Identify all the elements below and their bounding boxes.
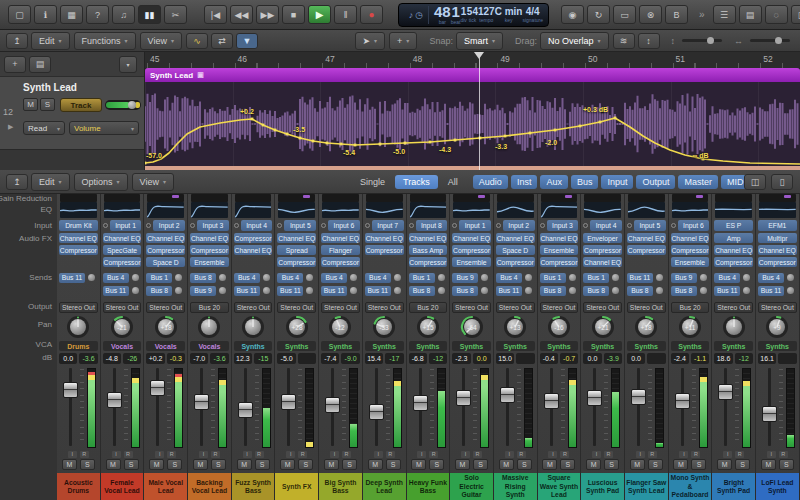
input-slot-button[interactable]: Input 3 xyxy=(547,220,579,231)
output-button[interactable]: Stereo Out xyxy=(277,302,316,313)
send-bus-button[interactable]: Bus 8 xyxy=(409,286,435,296)
channel-nameplate[interactable]: Synth FX xyxy=(275,473,318,500)
input-slot-button[interactable]: Input 3 xyxy=(197,220,229,231)
pan-knob[interactable] xyxy=(234,315,273,339)
audio-region-synth-lead[interactable]: Synth Lead ▣ -57.0+0.2-3.5-5.4-5.0-4.3-3… xyxy=(145,68,800,170)
fader-cap[interactable] xyxy=(150,380,165,396)
pan-knob[interactable]: +28 xyxy=(277,315,316,339)
filter-audio[interactable]: Audio xyxy=(473,175,508,189)
eq-thumbnail[interactable] xyxy=(453,202,490,218)
fx-slot-2[interactable]: Bass Amp xyxy=(409,245,448,255)
volume-db-value[interactable]: -0.4 xyxy=(540,353,558,364)
record-enable-button[interactable]: R xyxy=(517,451,526,458)
cycle-icon[interactable]: ↻ xyxy=(587,5,610,24)
vca-group-label[interactable]: Synths xyxy=(583,341,622,351)
send-level-knob[interactable] xyxy=(525,287,532,294)
channel-nameplate[interactable]: Fuzz Synth Bass xyxy=(232,473,275,500)
send-bus-button[interactable]: Bus 11 xyxy=(321,286,347,296)
fx-slot-3[interactable]: Compressor xyxy=(277,257,316,267)
eq-thumbnail[interactable] xyxy=(278,202,315,218)
send-level-knob[interactable] xyxy=(175,274,182,281)
mute-button[interactable]: M xyxy=(280,459,295,470)
automation-toggle-icon[interactable]: ∿ xyxy=(186,33,208,49)
record-enable-button[interactable]: R xyxy=(473,451,482,458)
send-bus-button[interactable]: Bus 11 xyxy=(277,286,303,296)
vca-group-label[interactable]: Synths xyxy=(714,341,753,351)
input-slot-button[interactable]: Input 6 xyxy=(678,220,710,231)
fx-slot-1[interactable]: Channel EQ xyxy=(190,233,229,243)
eq-thumbnail[interactable] xyxy=(366,202,403,218)
solo-button[interactable]: S xyxy=(342,459,357,470)
input-monitor-button[interactable]: I xyxy=(636,451,645,458)
fx-slot-2[interactable]: Compressor xyxy=(190,245,229,255)
solo-button[interactable]: S xyxy=(517,459,532,470)
send-bus-button[interactable]: Bus 11 xyxy=(714,286,740,296)
fx-slot-1[interactable]: Channel EQ xyxy=(671,233,710,243)
output-button[interactable]: Stereo Out xyxy=(321,302,360,313)
output-button[interactable]: Bus 20 xyxy=(190,302,229,313)
solo-button[interactable]: S xyxy=(604,459,619,470)
volume-db-value[interactable]: +0.2 xyxy=(146,353,164,364)
volume-db-value[interactable]: -2.3 xyxy=(452,353,470,364)
send-level-knob[interactable] xyxy=(306,287,313,294)
input-slot-button[interactable]: Input 2 xyxy=(503,220,535,231)
volume-db-value[interactable]: 16.1 xyxy=(758,353,776,364)
fader-cap[interactable] xyxy=(718,384,733,400)
solo-icon[interactable]: ⊗ xyxy=(639,5,662,24)
forward-button[interactable]: ▶▶ xyxy=(256,5,279,24)
input-monitor-button[interactable]: I xyxy=(461,451,470,458)
input-slot-button[interactable]: Input 5 xyxy=(284,220,316,231)
fx-slot-2[interactable]: Channel EQ xyxy=(714,245,753,255)
solo-button[interactable]: S xyxy=(779,459,794,470)
fx-slot-2[interactable]: Spread xyxy=(277,245,316,255)
record-button[interactable]: ● xyxy=(360,5,383,24)
channel-nameplate[interactable]: Square Wave Synth Lead xyxy=(538,473,581,500)
input-slot-button[interactable]: Input 6 xyxy=(328,220,360,231)
pan-knob[interactable]: -12 xyxy=(321,315,360,339)
horizontal-zoom-slider[interactable] xyxy=(750,39,790,42)
input-monitor-icon[interactable] xyxy=(365,223,370,228)
send-level-knob[interactable] xyxy=(263,287,270,294)
channel-nameplate[interactable]: Big Synth Bass xyxy=(319,473,362,500)
send-level-knob[interactable] xyxy=(656,287,663,294)
fader-cap[interactable] xyxy=(456,390,471,406)
fx-slot-1[interactable]: Multipr xyxy=(758,233,797,243)
send-level-knob[interactable] xyxy=(481,274,488,281)
fx-slot-1[interactable]: Channel EQ xyxy=(452,233,491,243)
send-level-knob[interactable] xyxy=(263,274,270,281)
output-button[interactable]: Stereo Out xyxy=(496,302,535,313)
output-button[interactable]: Bus 20 xyxy=(409,302,448,313)
channel-nameplate[interactable]: Heavy Funk Bass xyxy=(407,473,450,500)
volume-db-value[interactable]: 15.4 xyxy=(365,353,383,364)
browsers-icon[interactable]: ◫ xyxy=(791,5,800,24)
send-bus-button[interactable]: Bus 11 xyxy=(234,286,260,296)
mute-button[interactable]: M xyxy=(717,459,732,470)
solo-button[interactable]: S xyxy=(40,98,55,111)
fx-slot-2[interactable]: Channel EQ xyxy=(758,245,797,255)
channel-nameplate[interactable]: Solo Electric Guitar xyxy=(450,473,493,500)
view-menu[interactable]: View▾ xyxy=(140,32,182,50)
send-bus-button[interactable]: Bus 4 xyxy=(103,273,129,283)
fx-slot-1[interactable]: Amp xyxy=(714,233,753,243)
record-enable-button[interactable]: R xyxy=(779,451,788,458)
mute-button[interactable]: M xyxy=(542,459,557,470)
toolbar-overflow-icon[interactable]: » xyxy=(699,9,705,20)
channel-nameplate[interactable]: LoFi Lead Synth xyxy=(756,473,799,500)
vca-group-label[interactable]: Synths xyxy=(452,341,491,351)
pan-knob[interactable]: +13 xyxy=(496,315,535,339)
fx-slot-3[interactable]: Ensemble xyxy=(452,257,491,267)
vertical-zoom-slider-handle[interactable] xyxy=(707,37,714,44)
playhead[interactable] xyxy=(479,52,480,170)
command-click-tool-menu[interactable]: +▾ xyxy=(389,32,417,50)
input-monitor-icon[interactable] xyxy=(234,223,239,228)
fx-slot-3[interactable]: Compressor xyxy=(321,257,360,267)
pan-knob[interactable]: +21 xyxy=(583,315,622,339)
fx-slot-1[interactable]: Compressor xyxy=(234,233,273,243)
volume-db-value[interactable]: 0.0 xyxy=(59,353,77,364)
region-waveform-area[interactable]: -57.0+0.2-3.5-5.4-5.0-4.3-3.3-2.0+0.3 dB… xyxy=(145,82,800,166)
replace-icon[interactable]: B xyxy=(665,5,688,24)
send-bus-button[interactable]: Bus 8 xyxy=(627,286,653,296)
output-button[interactable]: Stereo Out xyxy=(583,302,622,313)
input-monitor-button[interactable]: I xyxy=(767,451,776,458)
lcd-mode-icons[interactable]: ♪ ◷ xyxy=(404,6,429,24)
